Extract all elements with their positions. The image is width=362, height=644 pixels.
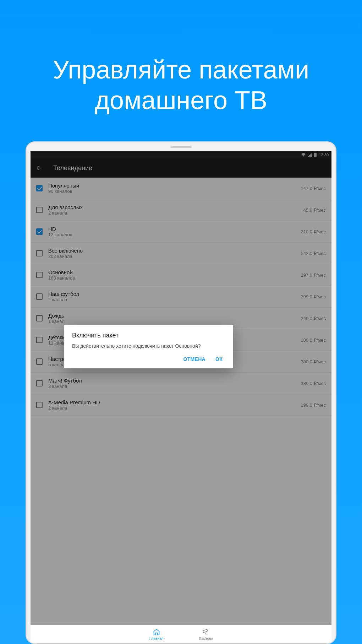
- tablet-screen: 12:30 Телевидение Популярный90 каналов14…: [31, 151, 331, 643]
- promo-title: Управляйте пакетамидомашнего ТВ: [0, 54, 362, 116]
- home-icon: [153, 628, 160, 635]
- dialog-cancel-button[interactable]: ОТМЕНА: [183, 356, 205, 362]
- confirm-dialog: Включить пакет Вы действительно хотите п…: [64, 325, 233, 368]
- tablet-frame: 12:30 Телевидение Популярный90 каналов14…: [26, 141, 336, 644]
- dialog-actions: ОТМЕНА ОК: [72, 350, 225, 366]
- bottom-nav-home[interactable]: Главная: [149, 628, 164, 640]
- dialog-ok-button[interactable]: ОК: [215, 356, 223, 362]
- bottom-nav-cameras-label: Камеры: [199, 636, 213, 640]
- bottom-nav-home-label: Главная: [149, 636, 164, 640]
- bottom-nav-cameras[interactable]: Камеры: [199, 628, 213, 640]
- bottom-nav: Главная Камеры: [31, 625, 331, 643]
- camera-icon: [202, 628, 209, 635]
- dialog-message: Вы действительно хотите подключить пакет…: [72, 343, 225, 350]
- dialog-title: Включить пакет: [72, 332, 225, 339]
- modal-overlay[interactable]: [31, 151, 331, 643]
